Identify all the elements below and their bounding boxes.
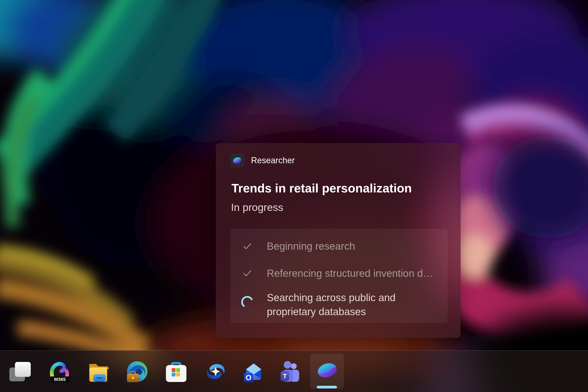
task-view-icon — [9, 361, 31, 382]
outlook-icon: O — [243, 361, 264, 382]
taskbar-item-microsoft-store[interactable] — [166, 361, 187, 382]
step-row-3: Searching across public and proprietary … — [230, 288, 448, 322]
check-icon — [242, 268, 252, 278]
researcher-app-icon — [230, 153, 244, 168]
m365-badge: M365 — [50, 376, 70, 382]
research-steps-panel: Beginning research Referencing structure… — [230, 229, 448, 323]
research-status: In progress — [231, 201, 283, 214]
taskbar-item-teams[interactable]: T — [279, 361, 300, 382]
taskbar-item-outlook[interactable]: O — [243, 361, 264, 382]
microsoft-store-icon — [166, 361, 187, 382]
spinner-icon — [241, 296, 254, 308]
research-task-title: Trends in retail personalization — [232, 181, 412, 196]
step-label: Referencing structured invention d… — [267, 266, 433, 280]
step-label: Beginning research — [267, 239, 355, 253]
teams-letter: T — [283, 372, 287, 380]
check-icon — [242, 241, 252, 251]
taskbar: M365 — [0, 350, 588, 392]
edge-icon — [126, 361, 148, 382]
file-explorer-icon — [88, 361, 109, 382]
step-row-1: Beginning research — [230, 236, 448, 257]
researcher-progress-card[interactable]: Researcher Trends in retail personalizat… — [216, 143, 460, 338]
researcher-app-name: Researcher — [251, 153, 295, 168]
taskbar-item-edge[interactable] — [126, 361, 148, 382]
taskbar-item-researcher[interactable] — [310, 354, 344, 389]
researcher-logo-icon — [232, 154, 243, 166]
taskbar-item-copilot[interactable] — [205, 361, 226, 382]
teams-icon: T — [279, 361, 300, 382]
taskbar-item-file-explorer[interactable] — [88, 361, 109, 382]
sparkle-icon — [205, 361, 226, 382]
step-row-2: Referencing structured invention d… — [230, 262, 448, 284]
outlook-letter: O — [246, 373, 252, 382]
taskbar-item-m365-copilot[interactable]: M365 — [48, 361, 70, 382]
taskbar-item-task-view[interactable] — [9, 361, 31, 382]
step-label: Searching across public and proprietary … — [267, 291, 423, 319]
researcher-logo-icon — [316, 359, 339, 382]
active-app-indicator — [317, 386, 337, 388]
